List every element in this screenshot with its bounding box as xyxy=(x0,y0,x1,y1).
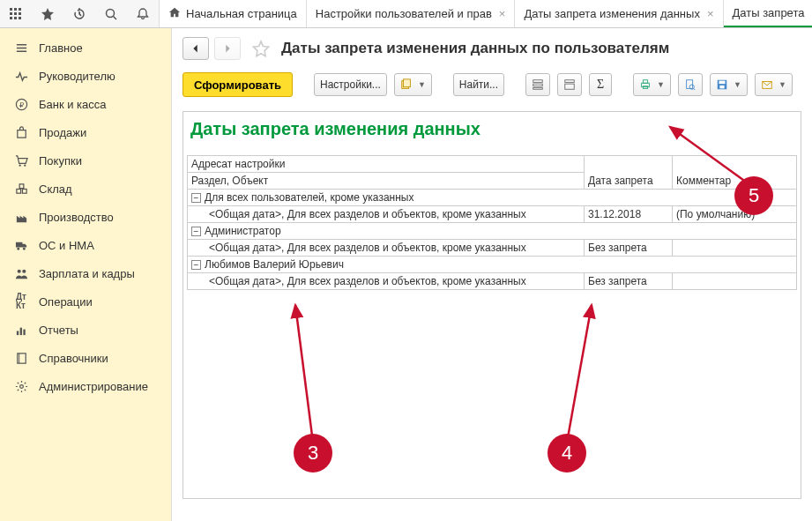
tab-label: Даты запрета изменения данных xyxy=(524,7,699,20)
svg-point-12 xyxy=(19,164,20,166)
favorite-icon[interactable] xyxy=(250,37,272,60)
home-icon xyxy=(168,6,181,21)
svg-rect-40 xyxy=(719,86,724,89)
svg-rect-28 xyxy=(533,80,543,83)
svg-rect-21 xyxy=(16,331,18,335)
star-icon[interactable] xyxy=(32,0,63,28)
svg-point-13 xyxy=(24,164,26,166)
tab-label: Настройки пользователей и прав xyxy=(316,7,492,20)
variants-button[interactable]: ▼ xyxy=(394,73,432,96)
generate-button[interactable]: Сформировать xyxy=(183,72,293,97)
history-icon[interactable] xyxy=(63,0,95,28)
svg-rect-14 xyxy=(16,189,20,193)
save-button[interactable]: ▼ xyxy=(710,73,748,96)
svg-rect-4 xyxy=(14,12,17,15)
find-button[interactable]: Найти... xyxy=(453,73,504,96)
sidebar-item-admin[interactable]: Администрирование xyxy=(0,372,171,400)
cell: <Общая дата>, Для всех разделов и объект… xyxy=(188,240,585,257)
factory-icon xyxy=(12,211,30,224)
sidebar-label: Главное xyxy=(39,41,83,55)
svg-rect-0 xyxy=(10,8,12,11)
cell: Без запрета xyxy=(585,240,673,257)
sum-button[interactable]: Σ xyxy=(589,73,612,96)
table-row[interactable]: <Общая дата>, Для всех разделов и объект… xyxy=(188,240,797,257)
sidebar-item-warehouse[interactable]: Склад xyxy=(0,175,171,203)
sidebar-item-main[interactable]: Главное xyxy=(0,33,171,62)
sidebar-item-operations[interactable]: ДтКтОперации xyxy=(0,287,171,316)
table-row[interactable]: −Администратор xyxy=(188,223,797,240)
report-title: Даты запрета изменения данных xyxy=(190,119,793,139)
sidebar-label: Зарплата и кадры xyxy=(39,267,135,280)
svg-rect-30 xyxy=(533,88,543,90)
settings-button[interactable]: Настройки... xyxy=(314,73,387,96)
page-title: Даты запрета изменения данных по пользов… xyxy=(281,40,669,57)
search-icon[interactable] xyxy=(95,0,127,28)
cell: Любимов Валерий Юрьевич xyxy=(205,258,344,271)
cell: Для всех пользователей, кроме указанных xyxy=(205,191,413,204)
expand-button[interactable] xyxy=(525,73,550,96)
close-icon[interactable]: × xyxy=(499,7,506,20)
collapse-icon[interactable]: − xyxy=(191,227,201,236)
tab-settings-users[interactable]: Настройки пользователей и прав × xyxy=(307,0,516,27)
sidebar-item-reports[interactable]: Отчеты xyxy=(0,316,171,344)
svg-rect-23 xyxy=(23,329,25,335)
tabs: Начальная страница Настройки пользовател… xyxy=(160,0,812,27)
sidebar-item-assets[interactable]: ОС и НМА xyxy=(0,231,171,259)
svg-rect-6 xyxy=(10,17,12,19)
forward-button[interactable] xyxy=(214,37,241,60)
col-section: Раздел, Объект xyxy=(188,173,585,190)
tab-dates-2[interactable]: Даты запрета xyxy=(724,0,813,27)
send-button[interactable]: ▼ xyxy=(755,73,793,96)
topbar-icons xyxy=(0,0,160,27)
sidebar-item-purchases[interactable]: Покупки xyxy=(0,146,171,175)
bell-icon[interactable] xyxy=(127,0,159,28)
svg-rect-2 xyxy=(19,8,21,11)
svg-rect-32 xyxy=(565,84,575,89)
sidebar-item-manager[interactable]: Руководителю xyxy=(0,62,171,90)
sidebar-label: Производство xyxy=(39,211,114,224)
truck-icon xyxy=(12,239,30,252)
preview-button[interactable] xyxy=(678,73,703,96)
svg-rect-16 xyxy=(19,183,24,188)
table-row[interactable]: −Для всех пользователей, кроме указанных xyxy=(188,190,797,206)
sidebar-item-catalogs[interactable]: Справочники xyxy=(0,344,171,372)
print-button[interactable]: ▼ xyxy=(633,73,671,96)
collapse-button[interactable] xyxy=(557,73,582,96)
svg-point-25 xyxy=(19,384,23,388)
pulse-icon xyxy=(12,70,30,83)
col-date: Дата запрета xyxy=(585,156,673,190)
tab-label: Даты запрета xyxy=(733,6,805,19)
main-area: Даты запрета изменения данных по пользов… xyxy=(172,28,812,521)
sidebar-item-salary[interactable]: Зарплата и кадры xyxy=(0,259,171,287)
sidebar-item-sales[interactable]: Продажи xyxy=(0,118,171,146)
svg-rect-1 xyxy=(14,8,17,11)
table-row[interactable]: −Любимов Валерий Юрьевич xyxy=(188,257,797,273)
svg-rect-29 xyxy=(533,84,543,86)
sidebar-label: Банк и касса xyxy=(39,98,107,111)
svg-rect-22 xyxy=(19,327,21,334)
svg-point-18 xyxy=(22,247,25,249)
action-toolbar: Сформировать Настройки... ▼ Найти... Σ ▼… xyxy=(183,72,801,97)
close-icon[interactable]: × xyxy=(707,7,714,20)
sidebar-label: Справочники xyxy=(39,352,108,365)
svg-rect-34 xyxy=(643,80,647,84)
collapse-icon[interactable]: − xyxy=(191,260,201,270)
cell: Без запрета xyxy=(585,273,673,290)
chart-icon xyxy=(12,324,30,337)
sidebar-label: Администрирование xyxy=(39,380,148,393)
svg-text:₽: ₽ xyxy=(19,100,24,108)
tab-home[interactable]: Начальная страница xyxy=(160,0,307,27)
tab-dates-1[interactable]: Даты запрета изменения данных × xyxy=(515,0,723,27)
gear-icon xyxy=(12,380,30,393)
table-row[interactable]: <Общая дата>, Для всех разделов и объект… xyxy=(188,206,797,223)
table-row[interactable]: <Общая дата>, Для всех разделов и объект… xyxy=(188,273,797,290)
header-row: Адресат настройки Дата запрета Комментар xyxy=(188,156,797,173)
cell: <Общая дата>, Для всех разделов и объект… xyxy=(188,273,585,290)
ruble-icon: ₽ xyxy=(12,98,30,111)
apps-icon[interactable] xyxy=(0,0,32,28)
svg-rect-5 xyxy=(19,12,21,15)
back-button[interactable] xyxy=(183,37,209,60)
collapse-icon[interactable]: − xyxy=(191,193,201,203)
sidebar-item-production[interactable]: Производство xyxy=(0,203,171,231)
sidebar-item-bank[interactable]: ₽Банк и касса xyxy=(0,90,171,118)
